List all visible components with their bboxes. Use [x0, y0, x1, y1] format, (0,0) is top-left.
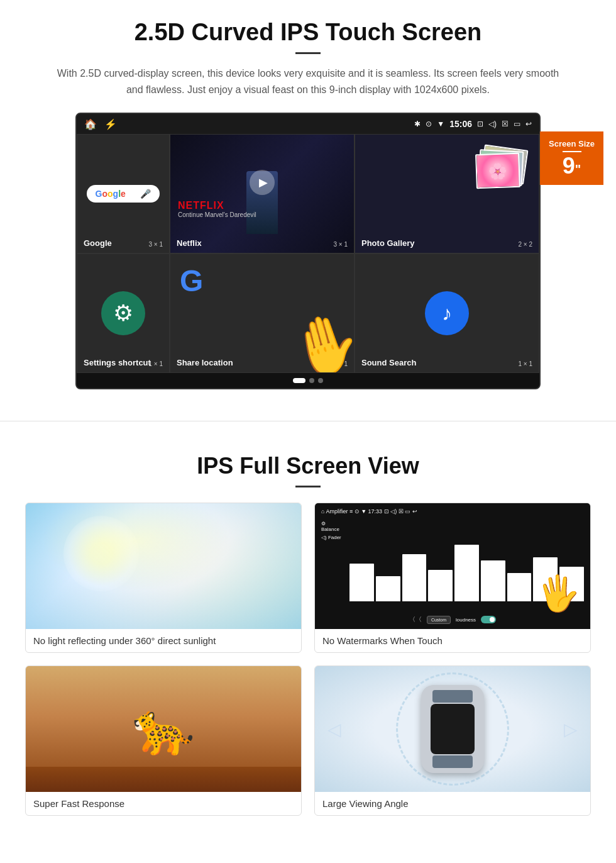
arrow-right-icon: ▷	[564, 719, 578, 740]
settings-size-label: 1 × 1	[148, 360, 163, 367]
amp-loudness-label: loudness	[456, 617, 476, 623]
car-caption: Large Viewing Angle	[315, 792, 590, 815]
arrow-left-icon: ◁	[327, 719, 341, 740]
camera-icon[interactable]: ⊡	[477, 120, 483, 128]
amp-eq-content: ⚙ Balance ◁) Fader 🖐	[319, 518, 586, 614]
dot-2[interactable]	[309, 378, 314, 383]
amp-custom-button[interactable]: Custom	[427, 616, 451, 624]
app-row-top: Google 🎤 Google 3 × 1	[77, 134, 539, 253]
pagination-dots	[77, 373, 539, 388]
photo-frame-3: 🌸	[475, 153, 520, 189]
card-cheetah: 🐆 Super Fast Response	[25, 665, 302, 816]
google-logo: Google	[96, 189, 126, 199]
settings-label: Settings shortcut	[84, 358, 151, 367]
amplifier-image: ⌂ Amplifier ≡ ⊙ ▼ 17:33 ⊡ ◁) ☒ ▭ ↩ ⚙ Bal…	[315, 503, 590, 629]
sky-gradient	[26, 503, 301, 629]
app-google[interactable]: Google 🎤 Google 3 × 1	[77, 134, 170, 253]
app-row-bottom: ⚙ Settings shortcut 1 × 1 G 🤚 Share loca…	[77, 253, 539, 373]
bluetooth-icon: ✱	[414, 120, 421, 128]
status-bar: 🏠 ⚡ ✱ ⊙ ▼ 15:06 ⊡ ◁) ☒ ▭ ↩	[77, 114, 539, 134]
ground	[26, 767, 301, 792]
netflix-logo: NETFLIX	[178, 200, 346, 211]
app-sound-search[interactable]: ♪ Sound Search 1 × 1	[355, 253, 539, 373]
music-icon-wrap: ♪	[425, 291, 469, 335]
netflix-subtitle: Continue Marvel's Daredevil	[178, 211, 346, 218]
image-grid: No light reflecting under 360° direct su…	[25, 503, 591, 816]
amp-bottom-controls: 〈〈 Custom loudness	[319, 614, 586, 625]
mic-icon[interactable]: 🎤	[140, 189, 151, 199]
music-note-icon: ♪	[442, 302, 452, 325]
section-curved-screen: 2.5D Curved IPS Touch Screen With 2.5D c…	[0, 0, 616, 402]
google-g-logo: G	[180, 264, 203, 298]
windshield-rear	[432, 755, 473, 768]
badge-size: 9"	[549, 155, 595, 177]
gallery-size-label: 2 × 2	[518, 241, 532, 248]
netflix-info: NETFLIX Continue Marvel's Daredevil	[170, 200, 354, 218]
hand-touch-icon: 🤚	[282, 304, 355, 373]
section-ips-view: IPS Full Screen View No light reflecting…	[0, 440, 616, 835]
screen-mockup: 🏠 ⚡ ✱ ⊙ ▼ 15:06 ⊡ ◁) ☒ ▭ ↩	[75, 113, 541, 389]
location-icon: ⊙	[426, 120, 432, 128]
amplifier-caption: No Watermarks When Touch	[315, 629, 590, 652]
amp-home-icon: ⌂ Amplifier ≡ ⊙ ▼ 17:33 ⊡ ◁) ☒ ▭ ↩	[321, 508, 417, 515]
car-body	[421, 685, 484, 773]
eq-bar-1	[349, 564, 374, 601]
badge-label: Screen Size	[549, 139, 595, 148]
title-underline	[295, 52, 321, 54]
card-car: ◁ ▷ Large Viewing Angle	[314, 665, 591, 816]
eq-bar-5	[454, 545, 479, 601]
amp-loudness-toggle[interactable]	[481, 616, 496, 623]
status-bar-right: ✱ ⊙ ▼ 15:06 ⊡ ◁) ☒ ▭ ↩	[414, 119, 532, 129]
car-image: ◁ ▷	[315, 666, 590, 792]
amp-eq-labels: ⚙ Balance ◁) Fader	[319, 518, 347, 614]
amp-status-bar: ⌂ Amplifier ≡ ⊙ ▼ 17:33 ⊡ ◁) ☒ ▭ ↩	[319, 507, 586, 516]
wifi-icon: ▼	[437, 120, 444, 128]
screen-wrapper: 🏠 ⚡ ✱ ⊙ ▼ 15:06 ⊡ ◁) ☒ ▭ ↩	[25, 113, 591, 389]
app-gallery[interactable]: 🌸 Photo Gallery 2 × 2	[355, 134, 539, 253]
google-search-bar[interactable]: Google 🎤	[87, 185, 160, 203]
section-divider	[0, 421, 616, 421]
eq-bar-7	[507, 573, 532, 601]
app-netflix[interactable]: ▶ NETFLIX Continue Marvel's Daredevil Ne…	[170, 134, 355, 253]
section2-underline	[295, 486, 321, 487]
hand-eq-icon: 🖐	[535, 571, 581, 616]
car-roof	[431, 704, 475, 754]
sound-size-label: 1 × 1	[518, 360, 532, 367]
sunlight-image	[26, 503, 301, 629]
photo-stack: 🌸	[476, 147, 532, 204]
flower-image: 🌸	[476, 154, 519, 187]
sound-search-label: Sound Search	[361, 358, 416, 367]
volume-icon[interactable]: ◁)	[488, 120, 497, 128]
back-icon[interactable]: ↩	[525, 120, 532, 128]
card-sunlight: No light reflecting under 360° direct su…	[25, 503, 302, 653]
section2-title: IPS Full Screen View	[25, 453, 591, 479]
eq-bar-2	[376, 576, 400, 601]
cheetah-caption: Super Fast Response	[26, 792, 301, 815]
badge-divider	[563, 151, 581, 152]
eq-bar-4	[428, 570, 453, 601]
cheetah-image: 🐆	[26, 666, 301, 792]
netflix-content: ▶ NETFLIX Continue Marvel's Daredevil	[170, 135, 354, 253]
eq-bars: 🖐	[347, 518, 586, 614]
dot-3[interactable]	[318, 378, 323, 383]
eq-bar-6	[481, 560, 505, 601]
settings-icon-wrap: ⚙	[101, 291, 145, 335]
netflix-play-button[interactable]: ▶	[250, 170, 275, 195]
section1-title: 2.5D Curved IPS Touch Screen	[25, 19, 591, 46]
windshield-front	[432, 690, 473, 703]
usb-icon: ⚡	[104, 118, 117, 130]
screen-size-badge: Screen Size 9"	[540, 131, 603, 185]
card-amplifier: ⌂ Amplifier ≡ ⊙ ▼ 17:33 ⊡ ◁) ☒ ▭ ↩ ⚙ Bal…	[314, 503, 591, 653]
app-settings[interactable]: ⚙ Settings shortcut 1 × 1	[77, 253, 170, 373]
app-share-location[interactable]: G 🤚 Share location 1 × 1	[170, 253, 355, 373]
status-bar-left: 🏠 ⚡	[84, 118, 117, 130]
dot-1[interactable]	[293, 378, 305, 383]
google-size-label: 3 × 1	[148, 241, 163, 248]
cheetah-emoji: 🐆	[132, 699, 195, 759]
window-icon[interactable]: ▭	[514, 120, 520, 128]
status-time: 15:06	[449, 119, 472, 129]
amp-nav-left[interactable]: 〈〈	[409, 615, 422, 624]
close-icon[interactable]: ☒	[502, 120, 509, 128]
google-label: Google	[84, 238, 112, 248]
home-icon[interactable]: 🏠	[84, 118, 97, 130]
